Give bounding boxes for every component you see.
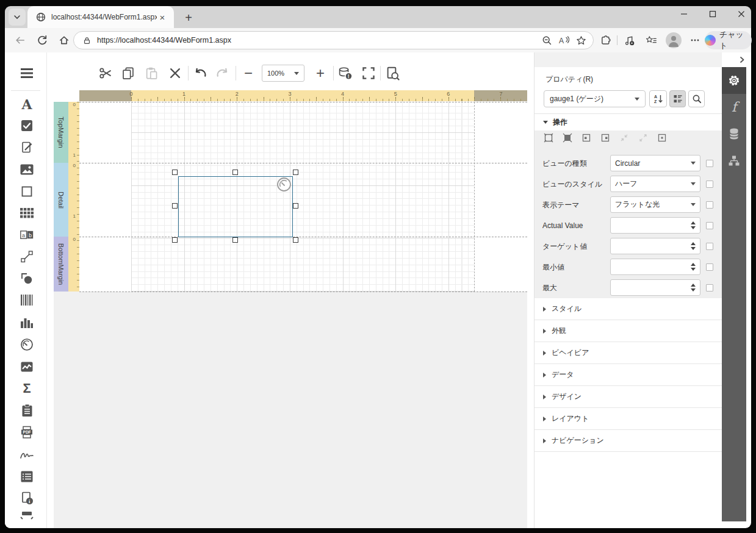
resize-handle-e[interactable] <box>293 203 298 209</box>
band-boundary[interactable] <box>79 292 527 292</box>
resize-handle-s[interactable] <box>232 237 238 243</box>
property-binding-box[interactable] <box>706 181 713 188</box>
settings-more-button[interactable] <box>688 34 702 47</box>
op-fit-width-button[interactable] <box>544 133 553 143</box>
minimum-value-spinner[interactable] <box>610 259 700 275</box>
spinner-buttons[interactable] <box>691 284 696 292</box>
toolbox-item-sparkline[interactable] <box>20 359 34 374</box>
cut-button[interactable] <box>98 66 113 80</box>
toolbox-item-report-info[interactable]: i <box>20 491 34 506</box>
delete-button[interactable] <box>168 66 182 80</box>
zoom-in-button[interactable]: + <box>313 66 328 80</box>
zoom-page-button[interactable] <box>541 34 553 46</box>
toolbox-item-subreport[interactable] <box>20 403 34 418</box>
fullscreen-button[interactable] <box>361 66 376 80</box>
extensions-button[interactable] <box>599 34 612 47</box>
tab-close-icon[interactable]: × <box>157 12 168 23</box>
view-type-dropdown[interactable]: Circular <box>610 155 700 171</box>
toolbox-item-pdf[interactable]: PDF <box>20 425 34 440</box>
zoom-out-button[interactable]: − <box>241 66 256 80</box>
collapse-panel-button[interactable] <box>737 55 747 65</box>
toolbox-item-checkbox[interactable] <box>20 118 34 133</box>
data-tab-button[interactable] <box>722 121 746 148</box>
url-text[interactable]: https://localhost:44344/WebForm1.aspx <box>97 36 536 45</box>
properties-tab-button[interactable] <box>722 67 746 94</box>
categorized-view-button[interactable] <box>669 90 686 107</box>
sort-alphabetical-button[interactable]: AZ <box>649 90 667 107</box>
property-binding-box[interactable] <box>706 160 713 167</box>
refresh-button[interactable] <box>37 35 48 46</box>
preview-button[interactable] <box>385 66 400 80</box>
toolbox-item-formula[interactable]: Σ <box>20 381 34 396</box>
section-layout[interactable]: レイアウト <box>535 408 722 430</box>
section-navigation[interactable]: ナビゲーション <box>535 430 722 452</box>
back-button[interactable] <box>15 35 26 46</box>
copilot-chat-button[interactable]: チャット <box>705 31 752 49</box>
spinner-buttons[interactable] <box>691 242 696 250</box>
section-behavior[interactable]: ビヘイビア <box>535 342 722 364</box>
toolbox-item-rectangle[interactable] <box>20 184 34 199</box>
band-boundary[interactable] <box>79 163 527 163</box>
section-style[interactable]: スタイル <box>535 298 722 320</box>
band-detail[interactable]: Detail <box>54 163 68 237</box>
favorite-button[interactable] <box>575 34 587 46</box>
new-tab-button[interactable]: + <box>181 10 196 26</box>
toolbox-item-formatted-text[interactable]: ab <box>20 227 34 242</box>
undo-button[interactable] <box>193 66 207 80</box>
window-close-button[interactable] <box>732 6 751 22</box>
op-fit-button[interactable] <box>563 133 572 143</box>
toolbox-item-barcode[interactable] <box>20 293 34 307</box>
toolbox-item-table[interactable] <box>20 206 34 220</box>
band-bottom-margin[interactable]: BottomMargin <box>54 237 68 292</box>
expressions-tab-button[interactable]: f <box>722 94 746 121</box>
resize-handle-nw[interactable] <box>172 170 178 175</box>
actual-value-spinner[interactable] <box>610 217 700 234</box>
resize-handle-se[interactable] <box>293 237 298 243</box>
address-field[interactable]: https://localhost:44344/WebForm1.aspx A <box>73 31 594 49</box>
property-binding-box[interactable] <box>706 263 713 271</box>
op-center-button[interactable] <box>657 133 667 143</box>
toolbox-item-textbox[interactable]: A <box>20 97 34 112</box>
data-sources-button[interactable]: ! <box>338 66 353 80</box>
toolbox-item-gauge[interactable] <box>20 337 34 352</box>
copy-button[interactable] <box>121 66 135 80</box>
zoom-level-dropdown[interactable]: 100% <box>262 65 304 82</box>
profile-button[interactable] <box>666 32 682 48</box>
collections-button[interactable] <box>644 34 658 47</box>
property-binding-box[interactable] <box>706 284 713 292</box>
paste-button[interactable] <box>144 66 159 80</box>
toolbox-item-tablix[interactable] <box>20 469 34 484</box>
op-align-left-button[interactable] <box>581 133 591 143</box>
band-boundary[interactable] <box>79 237 527 237</box>
toolbox-item-image[interactable] <box>20 162 34 177</box>
band-top-margin[interactable]: TopMargin <box>54 102 68 163</box>
read-aloud-button[interactable]: A <box>558 34 570 46</box>
resize-handle-w[interactable] <box>172 203 178 209</box>
toolbox-menu-button[interactable] <box>20 66 34 80</box>
tab-search-button[interactable] <box>9 9 26 26</box>
target-value-spinner[interactable] <box>610 238 700 254</box>
section-design[interactable]: デザイン <box>535 386 722 408</box>
object-selector-dropdown[interactable]: gauge1 (ゲージ) <box>544 90 646 107</box>
property-binding-box[interactable] <box>706 243 713 250</box>
toolbox-item-signature[interactable] <box>20 447 34 462</box>
view-style-dropdown[interactable]: ハーフ <box>610 176 700 192</box>
spinner-buttons[interactable] <box>691 221 696 229</box>
section-data[interactable]: データ <box>535 364 722 386</box>
toolbox-item-shape[interactable] <box>20 271 34 286</box>
property-binding-box[interactable] <box>706 222 713 229</box>
redo-button[interactable] <box>215 66 230 80</box>
toolbox-item-line[interactable] <box>20 249 34 264</box>
property-binding-box[interactable] <box>706 201 713 209</box>
section-operations[interactable]: 操作 <box>535 113 722 131</box>
report-explorer-tab-button[interactable] <box>722 148 746 174</box>
maximum-value-spinner[interactable] <box>610 279 700 296</box>
spinner-buttons[interactable] <box>691 263 696 271</box>
browser-tab[interactable]: localhost:44344/WebForm1.aspx × <box>27 6 174 28</box>
selected-gauge-control[interactable] <box>178 176 293 237</box>
resize-handle-n[interactable] <box>232 170 238 175</box>
op-align-right-button[interactable] <box>600 133 610 143</box>
resize-handle-sw[interactable] <box>172 237 178 243</box>
section-appearance[interactable]: 外観 <box>535 320 722 342</box>
toolbox-item-overflow[interactable] <box>20 512 34 520</box>
